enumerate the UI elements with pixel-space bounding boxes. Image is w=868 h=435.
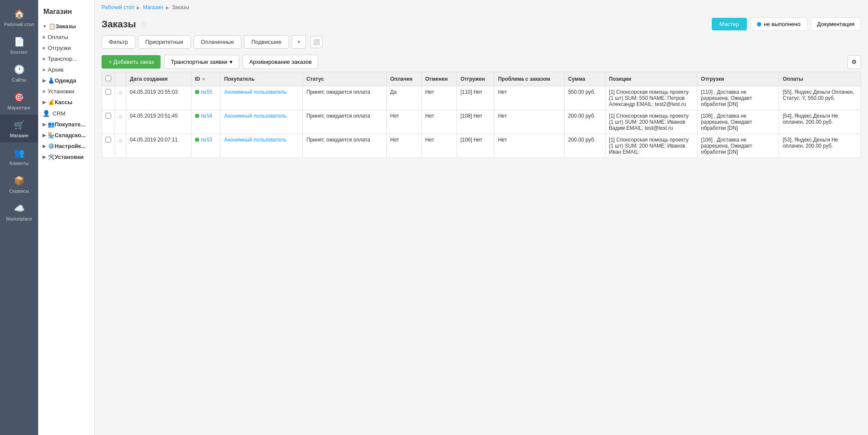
order-positions: [1] Спонсорская помощь проекту (1 шт) SU…: [605, 134, 697, 158]
order-problem: Нет: [494, 134, 565, 158]
th-id[interactable]: ID ▼: [191, 72, 220, 86]
order-link[interactable]: №54: [201, 113, 212, 119]
tab-paid[interactable]: Оплаченные: [194, 35, 242, 49]
nav-shop[interactable]: 🛒 Магазин: [0, 115, 38, 142]
breadcrumb-shop[interactable]: Магазин: [143, 4, 163, 10]
status-green-dot: [195, 90, 199, 94]
sidebar-item-settings[interactable]: ▶ ⚙️ Настройк...: [38, 141, 94, 152]
nav-desktop[interactable]: 🏠 Рабочий стол: [0, 3, 38, 31]
sidebar-item-install1[interactable]: Установки: [38, 86, 94, 97]
favorite-icon[interactable]: ☆: [140, 20, 147, 29]
archive-button[interactable]: Архивирование заказов: [243, 55, 318, 69]
buyers-arrow-icon: ▶: [43, 122, 46, 127]
sidebar-item-crm[interactable]: 👤 CRM: [38, 108, 94, 119]
table-row: ≡ 04.05.2019 20:07:11 №53 Анонимный поль…: [102, 134, 861, 158]
buyer-link[interactable]: Анонимный пользователь: [224, 137, 286, 143]
documentation-button[interactable]: Документация: [811, 17, 861, 31]
order-shipments: [108] , Доставка не разрешена, Ожидает о…: [697, 110, 779, 134]
nav-marketplace[interactable]: ☁️ Marketplace: [0, 198, 38, 226]
sort-icon: ▼: [201, 77, 206, 82]
row-checkbox[interactable]: [105, 137, 111, 142]
th-cancelled: Отменен: [421, 72, 457, 86]
tab-add-button[interactable]: +: [292, 35, 306, 49]
nav-clients[interactable]: 👥 Клиенты: [0, 142, 38, 170]
settings-button[interactable]: ⚙: [847, 55, 861, 69]
add-order-button[interactable]: + Добавить заказ: [102, 55, 161, 69]
tab-bar: Фильтр Приоритетные Оплаченные Подвисшие…: [95, 35, 868, 49]
install2-arrow-icon: ▶: [43, 155, 46, 159]
status-button[interactable]: не выполнено: [750, 17, 807, 31]
table-header-row: Дата создания ID ▼ Покупатель Статус Опл…: [102, 72, 861, 86]
th-sum: Сумма: [564, 72, 605, 86]
tab-hanging[interactable]: Подвисшие: [244, 35, 289, 49]
sidebar-item-shipments[interactable]: Отгрузки: [38, 43, 94, 53]
th-drag: [115, 72, 126, 86]
th-problem: Проблема с заказом: [494, 72, 565, 86]
order-sum: 200.00 руб.: [564, 134, 605, 158]
sidebar-item-orders[interactable]: ▼ 📋 Заказы: [38, 21, 94, 32]
order-buyer: Анонимный пользователь: [220, 134, 303, 158]
row-checkbox-cell: [102, 110, 115, 134]
th-payments: Оплаты: [779, 72, 861, 86]
master-button[interactable]: Мастер: [712, 18, 747, 30]
tab-priority[interactable]: Приоритетные: [138, 35, 191, 49]
gear-icon: ⚙: [852, 59, 857, 65]
warehouse-arrow-icon: ▶: [43, 133, 46, 138]
nav-services[interactable]: 📦 Сервисы: [0, 170, 38, 198]
sidebar-item-buyers[interactable]: ▶ 👥 Покупате...: [38, 119, 94, 130]
nav-marketing[interactable]: 🎯 Маркетинг: [0, 87, 38, 115]
cash-arrow-icon: ▶: [43, 100, 46, 105]
toolbar: + Добавить заказ Транспортные заявки ▾ А…: [95, 52, 868, 72]
breadcrumb-desktop[interactable]: Рабочий стол: [102, 4, 134, 10]
order-buyer: Анонимный пользователь: [220, 110, 303, 134]
row-checkbox[interactable]: [105, 89, 111, 95]
sidebar-item-payments[interactable]: Оплаты: [38, 32, 94, 43]
orders-table-container: Дата создания ID ▼ Покупатель Статус Опл…: [95, 72, 868, 435]
page-title-row: Заказы ☆: [102, 19, 147, 30]
expand-icon: ⬜: [313, 39, 320, 45]
sidebar-item-archive[interactable]: Архив: [38, 64, 94, 75]
row-checkbox[interactable]: [105, 113, 111, 119]
tab-filter[interactable]: Фильтр: [102, 35, 135, 49]
bullet-icon: [43, 47, 45, 49]
order-paid: Нет: [387, 134, 422, 158]
order-id-cell: №54: [191, 110, 220, 134]
transport-button[interactable]: Транспортные заявки ▾: [164, 55, 239, 69]
drag-handle[interactable]: ≡: [115, 86, 126, 110]
nav-content[interactable]: 📄 Контент: [0, 31, 38, 59]
breadcrumb-sep1: ▶: [137, 5, 140, 10]
select-all-checkbox[interactable]: [105, 76, 111, 81]
order-payments: [54], Яндекс.Деньги Не оплачен, 200.00 р…: [779, 110, 861, 134]
order-link[interactable]: №55: [201, 89, 212, 95]
nav-sites[interactable]: 🕐 Сайты: [0, 59, 38, 87]
sidebar-item-clothes[interactable]: ▶ 👗 Одежда: [38, 75, 94, 86]
order-shipped: [110] Нет: [457, 86, 494, 110]
sites-icon: 🕐: [13, 63, 25, 76]
order-shipments: [106] , Доставка не разрешена, Ожидает о…: [697, 134, 779, 158]
home-icon: 🏠: [13, 8, 25, 20]
bullet-icon: [43, 69, 45, 71]
order-positions: [1] Спонсорская помощь проекту (1 шт) SU…: [605, 110, 697, 134]
shop-icon: 🛒: [13, 119, 25, 131]
order-sum: 550.00 руб.: [564, 86, 605, 110]
sidebar-item-transport[interactable]: Транспор...: [38, 53, 94, 64]
status-green-dot: [195, 138, 199, 142]
drag-handle[interactable]: ≡: [115, 134, 126, 158]
buyer-link[interactable]: Анонимный пользователь: [224, 113, 286, 119]
orders-table: Дата создания ID ▼ Покупатель Статус Опл…: [102, 72, 861, 158]
breadcrumb: Рабочий стол ▶ Магазин ▶ Заказы: [95, 0, 868, 15]
sidebar-item-warehouse[interactable]: ▶ 🏪 Складско...: [38, 130, 94, 141]
table-row: ≡ 04.05.2019 20:55:03 №55 Анонимный поль…: [102, 86, 861, 110]
page-title: Заказы: [102, 19, 136, 30]
marketplace-icon: ☁️: [13, 202, 25, 214]
sidebar-item-cash[interactable]: ▶ 💰 Кассы: [38, 97, 94, 108]
buyer-link[interactable]: Анонимный пользователь: [224, 89, 286, 95]
sidebar-item-install2[interactable]: ▶ 🛠️ Установки: [38, 152, 94, 162]
order-date: 04.05.2019 20:51:45: [126, 110, 191, 134]
order-paid: Да: [387, 86, 422, 110]
drag-handle[interactable]: ≡: [115, 110, 126, 134]
tab-expand-button[interactable]: ⬜: [310, 36, 322, 48]
table-row: ≡ 04.05.2019 20:51:45 №54 Анонимный поль…: [102, 110, 861, 134]
order-link[interactable]: №53: [201, 137, 212, 143]
order-status: Принят, ожидается оплата: [302, 86, 386, 110]
